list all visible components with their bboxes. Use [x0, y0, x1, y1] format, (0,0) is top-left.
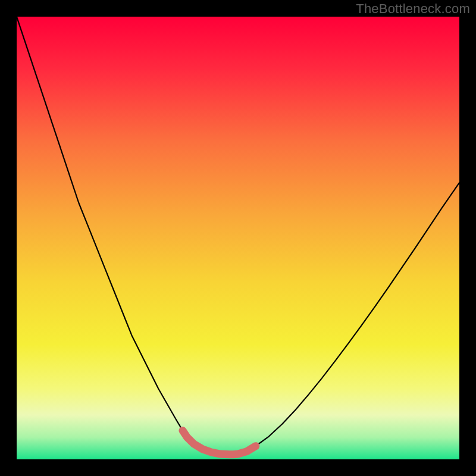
watermark-text: TheBottleneck.com — [356, 1, 470, 17]
chart-plot-area — [17, 17, 459, 459]
chart-svg — [17, 17, 459, 459]
chart-background — [17, 17, 459, 459]
chart-frame: TheBottleneck.com — [0, 0, 476, 476]
